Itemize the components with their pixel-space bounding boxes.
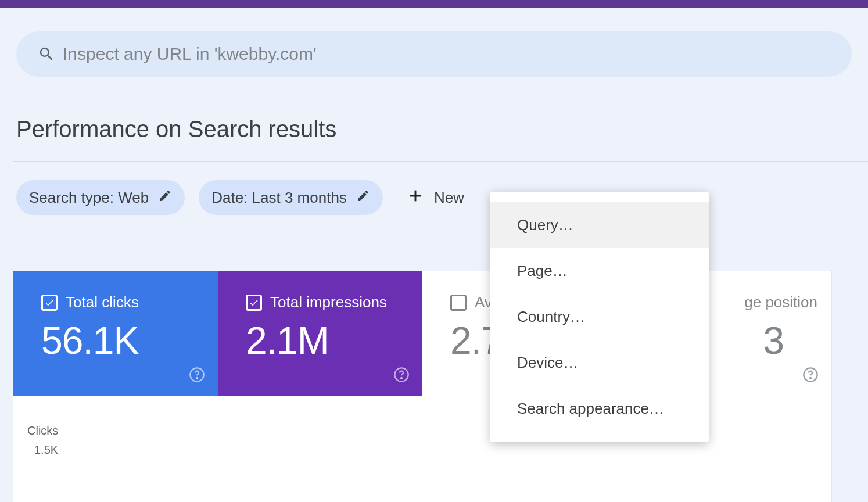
- metric-impressions-label: Total impressions: [270, 293, 387, 311]
- add-filter-dropdown: Query… Page… Country… Device… Search app…: [490, 192, 709, 442]
- metric-card-clicks[interactable]: Total clicks 56.1K: [13, 271, 218, 396]
- header-bar: [0, 0, 868, 8]
- metric-position-label: ge position: [744, 293, 817, 311]
- chart-area: Clicks 1.5K: [13, 396, 832, 502]
- pencil-icon: [158, 189, 172, 207]
- chart-y-tick: 1.5K: [34, 443, 831, 457]
- metric-clicks-value: 56.1K: [41, 318, 204, 363]
- dropdown-item-country[interactable]: Country…: [490, 294, 709, 340]
- svg-point-7: [810, 378, 811, 379]
- help-icon[interactable]: [802, 367, 819, 385]
- pencil-icon: [356, 189, 370, 207]
- checkbox-checked-icon[interactable]: [246, 295, 262, 311]
- metrics-row: Total clicks 56.1K Total impressions 2.1…: [13, 271, 832, 396]
- checkbox-unchecked-icon[interactable]: [450, 295, 467, 311]
- dropdown-item-page[interactable]: Page…: [490, 248, 709, 294]
- add-filter-label: New: [434, 189, 464, 207]
- url-inspect-search[interactable]: [16, 31, 852, 77]
- help-icon[interactable]: [189, 367, 205, 385]
- date-range-chip[interactable]: Date: Last 3 months: [199, 180, 383, 215]
- help-icon[interactable]: [393, 367, 410, 385]
- date-range-label: Date: Last 3 months: [211, 189, 347, 207]
- divider: [13, 161, 868, 162]
- metric-card-impressions[interactable]: Total impressions 2.1M: [218, 271, 422, 396]
- search-icon: [30, 45, 63, 63]
- search-type-chip[interactable]: Search type: Web: [16, 180, 185, 215]
- url-inspect-input[interactable]: [63, 44, 838, 64]
- chart-y-axis-label: Clicks: [27, 424, 831, 438]
- metric-impressions-value: 2.1M: [246, 318, 408, 363]
- dropdown-item-query[interactable]: Query…: [490, 202, 709, 248]
- dropdown-item-search-appearance[interactable]: Search appearance…: [490, 386, 709, 432]
- search-type-label: Search type: Web: [29, 189, 149, 207]
- metric-clicks-label: Total clicks: [66, 293, 139, 311]
- checkbox-checked-icon[interactable]: [41, 295, 58, 311]
- filter-row: Search type: Web Date: Last 3 months New: [16, 180, 868, 215]
- page-title: Performance on Search results: [16, 116, 868, 142]
- add-filter-button[interactable]: New: [397, 188, 464, 208]
- plus-icon: [407, 188, 424, 208]
- dropdown-item-device[interactable]: Device…: [490, 340, 709, 386]
- svg-point-3: [196, 378, 198, 379]
- svg-point-5: [401, 378, 402, 379]
